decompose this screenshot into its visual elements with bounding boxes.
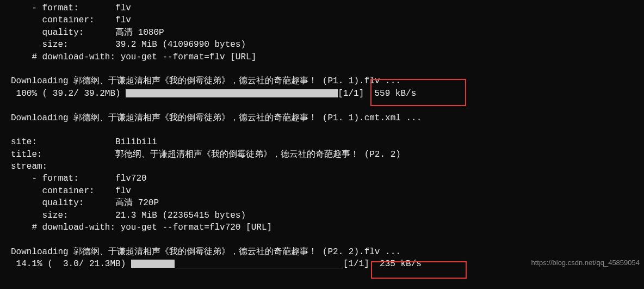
progress-text-1: 100% ( 39.2/ 39.2MB) [11, 89, 126, 99]
format-line: - format: flv [0, 2, 644, 14]
format-line-2: - format: flv720 [0, 173, 644, 185]
site-line: site: Bilibili [0, 136, 644, 148]
progress-bar-2-empty [175, 260, 343, 268]
quality-line: quality: 高清 1080P [0, 27, 644, 39]
progress-line-1: 100% ( 39.2/ 39.2MB) [1/1] 559 kB/s [0, 88, 644, 100]
blank-line [0, 100, 644, 112]
download-with-line: # download-with: you-get --format=flv [U… [0, 51, 644, 63]
size-line: size: 39.2 MiB (41096990 bytes) [0, 39, 644, 51]
progress-bar-1 [126, 89, 338, 97]
progress-text-2: 14.1% ( 3.0/ 21.3MB) [11, 259, 131, 269]
quality-line-2: quality: 高清 720P [0, 197, 644, 209]
stream-line: stream: [0, 161, 644, 173]
downloading-line-1: Downloading 郭德纲、于谦超清相声《我的倒霉徒弟》，德云社的奇葩趣事！… [0, 75, 644, 87]
blank-line [0, 63, 644, 75]
progress-bar-2-fill [131, 260, 175, 268]
size-line-2: size: 21.3 MiB (22365415 bytes) [0, 210, 644, 222]
downloading-line-2: Downloading 郭德纲、于谦超清相声《我的倒霉徒弟》，德云社的奇葩趣事！… [0, 246, 644, 258]
container-line: container: flv [0, 14, 644, 26]
watermark-text: https://blog.csdn.net/qq_45859054 [531, 258, 640, 268]
downloading-line-1b: Downloading 郭德纲、于谦超清相声《我的倒霉徒弟》，德云社的奇葩趣事！… [0, 112, 644, 124]
title-line: title: 郭德纲、于谦超清相声《我的倒霉徒弟》，德云社的奇葩趣事！ (P2.… [0, 149, 644, 161]
blank-line [0, 124, 644, 136]
container-line-2: container: flv [0, 185, 644, 197]
progress-stats-1: [1/1] 559 kB/s [338, 89, 416, 99]
progress-stats-2: [1/1] 235 kB/s [343, 259, 422, 269]
download-with-line-2: # download-with: you-get --format=flv720… [0, 222, 644, 233]
terminal-output: - format: flv container: flv quality: 高清… [0, 0, 644, 270]
blank-line [0, 233, 644, 245]
